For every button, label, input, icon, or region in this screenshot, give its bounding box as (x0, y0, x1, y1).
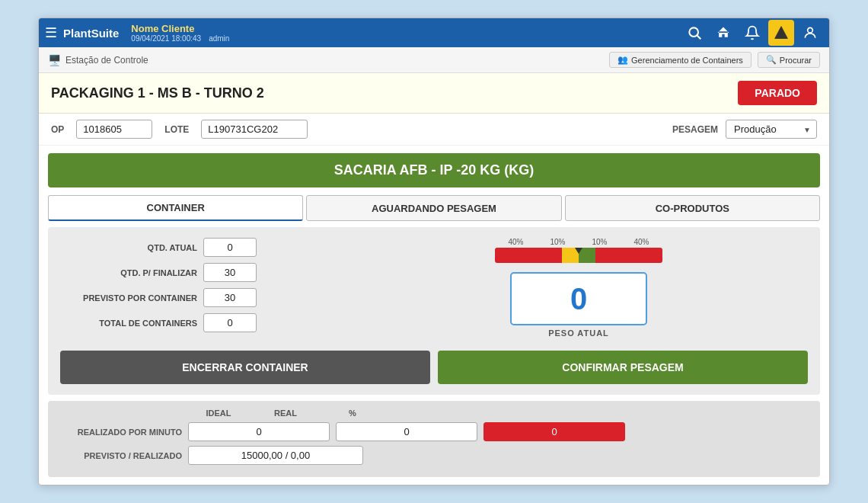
user: admin (209, 34, 229, 43)
stats-header-row: IDEAL REAL % (60, 408, 808, 418)
svg-line-1 (697, 36, 701, 40)
gauge-label-1: 40% (508, 238, 523, 246)
top-bar-icons (681, 20, 823, 46)
total-containers-input[interactable] (203, 313, 257, 332)
minuto-pct-input[interactable] (483, 422, 625, 441)
svg-rect-3 (780, 36, 782, 37)
gauge-label-3: 10% (592, 238, 607, 246)
client-meta: 09/04/2021 18:00:43 admin (131, 34, 229, 43)
svg-rect-2 (780, 31, 782, 35)
pesagem-select-wrapper[interactable]: Produção (726, 120, 817, 139)
gauge-needle (575, 248, 582, 254)
minuto-ideal-input[interactable] (188, 422, 330, 441)
tab-container[interactable]: CONTAINER (48, 195, 303, 221)
gauge-col: 40% 10% 10% 40% 0 PESO ATUAL (349, 238, 808, 338)
svg-point-0 (689, 27, 698, 37)
bottom-stats: IDEAL REAL % REALIZADO POR MINUTO PREVIS… (48, 401, 820, 477)
gauge-bar (495, 248, 662, 263)
estacao-right: 👥 Gerenciamento de Containers 🔍 Procurar (609, 52, 820, 68)
tab-co-produtos[interactable]: CO-PRODUTOS (565, 195, 820, 221)
procurar-button[interactable]: 🔍 Procurar (758, 52, 820, 68)
parado-button[interactable]: PARADO (738, 81, 817, 105)
brand-name: PlantSuite (63, 27, 119, 40)
content-area: QTD. ATUAL QTD. P/ FINALIZAR PREVISTO PO… (48, 227, 820, 395)
tabs-row: CONTAINER AGUARDANDO PESAGEM CO-PRODUTOS (48, 195, 820, 221)
home-button[interactable] (710, 20, 736, 46)
gerenciamento-icon: 👥 (617, 55, 628, 65)
confirmar-button[interactable]: CONFIRMAR PESAGEM (438, 351, 808, 384)
weight-box: 0 (510, 272, 647, 325)
pesagem-label: PESAGEM (672, 124, 718, 135)
procurar-label: Procurar (780, 56, 812, 65)
bell-button[interactable] (739, 20, 765, 46)
previsto-realizado-input[interactable] (188, 446, 363, 465)
client-name: Nome Cliente (131, 23, 229, 34)
estacao-bar: 🖥️ Estação de Controle 👥 Gerenciamento d… (39, 47, 829, 73)
gauge-label-2: 10% (550, 238, 565, 246)
pesagem-section: PESAGEM Produção (672, 120, 817, 139)
gauge-seg-red-left (495, 248, 562, 263)
hamburger-icon[interactable]: ☰ (45, 24, 57, 41)
product-name: SACARIA AFB - IP -20 KG (KG) (334, 162, 534, 178)
qtd-finalizar-label: QTD. P/ FINALIZAR (60, 268, 197, 277)
pesagem-select[interactable]: Produção (726, 120, 817, 139)
action-row: ENCERRAR CONTAINER CONFIRMAR PESAGEM (60, 351, 808, 384)
datetime: 09/04/2021 18:00:43 (131, 34, 201, 43)
user-button[interactable] (797, 20, 823, 46)
estacao-icon: 🖥️ (48, 54, 61, 66)
packaging-header: PACKAGING 1 - MS B - TURNO 2 PARADO (39, 73, 829, 114)
weight-value: 0 (570, 282, 587, 316)
op-row: OP LOTE PESAGEM Produção (39, 114, 829, 146)
col-ideal-label: IDEAL (188, 408, 249, 418)
stats-previsto-row: PREVISTO / REALIZADO (60, 446, 808, 465)
weight-col: 0 PESO ATUAL (510, 272, 647, 338)
minuto-label: REALIZADO POR MINUTO (60, 428, 182, 437)
total-containers-label: TOTAL DE CONTAINERS (60, 319, 197, 328)
field-total-containers: TOTAL DE CONTAINERS (60, 313, 334, 332)
warning-button[interactable] (768, 20, 794, 46)
encerrar-button[interactable]: ENCERRAR CONTAINER (60, 351, 430, 384)
lote-input[interactable] (201, 120, 308, 139)
minuto-real-input[interactable] (336, 422, 477, 441)
field-qtd-atual: QTD. ATUAL (60, 238, 334, 257)
gauge-seg-red-right (595, 248, 662, 263)
col-real-label: REAL (255, 408, 316, 418)
content-inner: QTD. ATUAL QTD. P/ FINALIZAR PREVISTO PO… (60, 238, 808, 338)
field-qtd-finalizar: QTD. P/ FINALIZAR (60, 263, 334, 282)
estacao-text: Estação de Controle (65, 55, 148, 66)
weight-label: PESO ATUAL (548, 328, 609, 338)
previsto-container-label: PREVISTO POR CONTAINER (60, 293, 197, 303)
stats-minuto-row: REALIZADO POR MINUTO (60, 422, 808, 441)
svg-point-4 (808, 27, 813, 33)
field-previsto-container: PREVISTO POR CONTAINER (60, 288, 334, 307)
gerenciamento-label: Gerenciamento de Containers (631, 56, 743, 65)
gauge-label-4: 40% (633, 238, 649, 246)
product-header: SACARIA AFB - IP -20 KG (KG) (48, 153, 820, 187)
previsto-label: PREVISTO / REALIZADO (60, 451, 182, 460)
previsto-container-input[interactable] (203, 288, 257, 307)
col-pct-label: % (322, 408, 383, 418)
client-section: Nome Cliente 09/04/2021 18:00:43 admin (131, 23, 229, 43)
top-bar-left: ☰ PlantSuite Nome Cliente 09/04/2021 18:… (45, 23, 677, 43)
qtd-finalizar-input[interactable] (203, 263, 257, 282)
lote-label: LOTE (164, 124, 189, 135)
qtd-atual-label: QTD. ATUAL (60, 243, 197, 252)
tab-aguardando[interactable]: AGUARDANDO PESAGEM (306, 195, 561, 221)
packaging-title: PACKAGING 1 - MS B - TURNO 2 (51, 85, 264, 101)
gauge-labels: 40% 10% 10% 40% (495, 238, 662, 246)
op-label: OP (51, 124, 64, 135)
estacao-label: 🖥️ Estação de Controle (48, 54, 148, 66)
search-button[interactable] (681, 20, 707, 46)
top-bar: ☰ PlantSuite Nome Cliente 09/04/2021 18:… (39, 18, 829, 47)
gerenciamento-button[interactable]: 👥 Gerenciamento de Containers (609, 52, 752, 68)
qtd-atual-input[interactable] (203, 238, 257, 257)
fields-col: QTD. ATUAL QTD. P/ FINALIZAR PREVISTO PO… (60, 238, 334, 338)
procurar-icon: 🔍 (766, 55, 777, 65)
op-input[interactable] (76, 120, 152, 139)
